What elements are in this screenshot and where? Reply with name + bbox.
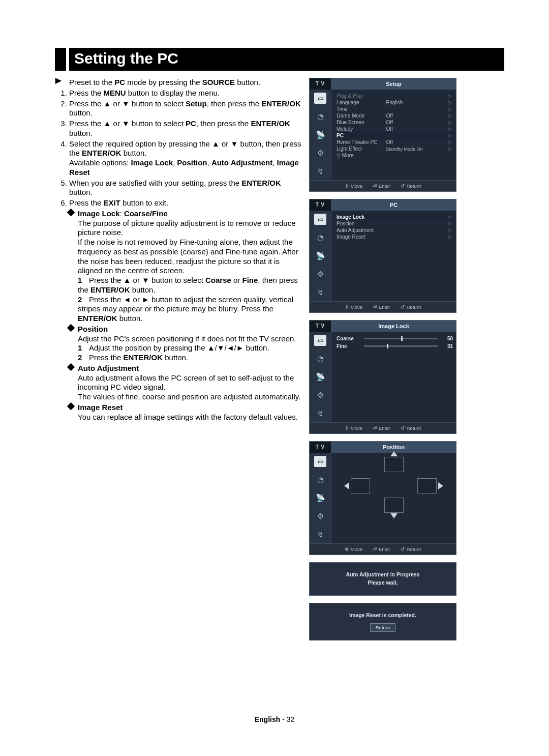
preset-arrow-icon bbox=[55, 78, 62, 84]
osd-title: Image Lock bbox=[331, 321, 456, 332]
row-more[interactable]: ▽ More bbox=[337, 152, 453, 159]
osd-sidebar[interactable]: ▭ ◔ 📡 ⚙ ↯ bbox=[310, 211, 331, 301]
return-button[interactable]: Return bbox=[370, 623, 396, 632]
chevron-right-icon: ▷ bbox=[448, 113, 453, 119]
page-title: Setting the PC bbox=[69, 48, 504, 71]
hint-move: ⇳ Move bbox=[345, 304, 362, 310]
osd-setup-list[interactable]: Plug & Play▷ Language: English▷ Time▷ Ga… bbox=[331, 90, 456, 180]
row-time[interactable]: Time▷ bbox=[337, 106, 453, 112]
chevron-right-icon: ▷ bbox=[448, 234, 453, 240]
hint-return: ↺ Return bbox=[401, 425, 421, 431]
channel-tab-icon[interactable]: 📡 bbox=[314, 492, 326, 504]
row-pc[interactable]: PC▷ bbox=[337, 132, 453, 139]
sound-tab-icon[interactable]: ◔ bbox=[314, 111, 326, 122]
input-tab-icon[interactable]: ↯ bbox=[314, 529, 326, 540]
preset-hint: Preset to the PC mode by pressing the SO… bbox=[55, 78, 304, 88]
section-imagelock: Image Lock: Coarse/Fine The purpose of p… bbox=[55, 209, 304, 276]
diamond-bullet-icon bbox=[67, 363, 75, 371]
row-light-effect[interactable]: Light Effect: Standby Mode On▷ bbox=[337, 146, 453, 152]
channel-tab-icon[interactable]: 📡 bbox=[314, 371, 326, 383]
row-language[interactable]: Language: English▷ bbox=[337, 99, 453, 106]
chevron-right-icon: ▷ bbox=[448, 214, 453, 220]
step-4: Select the required option by pressing t… bbox=[69, 139, 304, 178]
picture-tab-icon[interactable]: ▭ bbox=[314, 214, 326, 225]
coarse-track bbox=[364, 338, 438, 339]
row-home-theatre-pc[interactable]: Home Theatre PC: Off▷ bbox=[337, 139, 453, 146]
sound-tab-icon[interactable]: ◔ bbox=[314, 353, 326, 364]
page: Setting the PC Preset to the PC mode by … bbox=[0, 0, 549, 756]
page-footer: English - 32 bbox=[0, 715, 549, 723]
step-1: Press the MENU button to display the men… bbox=[69, 89, 304, 98]
row-melody[interactable]: Melody: Off▷ bbox=[337, 126, 453, 132]
osd-title: Setup bbox=[331, 78, 456, 90]
osd-footer: ⇳ Move ⏎ Enter ↺ Return bbox=[310, 422, 456, 433]
input-tab-icon[interactable]: ↯ bbox=[314, 287, 326, 298]
section-auto: Auto Adjustment Auto adjustment allows t… bbox=[55, 364, 304, 402]
slider-fine[interactable]: Fine 31 bbox=[337, 342, 453, 350]
row-blue-screen[interactable]: Blue Screen: Off▷ bbox=[337, 119, 453, 126]
chevron-right-icon: ▷ bbox=[448, 133, 453, 138]
picture-tab-icon[interactable]: ▭ bbox=[314, 93, 326, 104]
row-plug-play[interactable]: Plug & Play▷ bbox=[337, 93, 453, 99]
chevron-right-icon: ▷ bbox=[448, 100, 453, 105]
slider-coarse[interactable]: Coarse 50 bbox=[337, 335, 453, 342]
channel-tab-icon[interactable]: 📡 bbox=[314, 129, 326, 140]
pos-right[interactable] bbox=[417, 478, 437, 493]
setup-tab-icon[interactable]: ⚙ bbox=[314, 390, 326, 401]
osd-title: PC bbox=[331, 199, 456, 211]
input-tab-icon[interactable]: ↯ bbox=[314, 166, 326, 177]
pos-left[interactable] bbox=[351, 478, 370, 493]
row-position[interactable]: Position▷ bbox=[337, 220, 453, 227]
hint-move: ⇳ Move bbox=[345, 425, 362, 431]
hint-enter: ⏎ Enter bbox=[373, 425, 390, 431]
picture-tab-icon[interactable]: ▭ bbox=[314, 335, 326, 346]
chevron-right-icon: ▷ bbox=[448, 106, 453, 112]
main-steps: Press the MENU button to display the men… bbox=[55, 89, 304, 208]
osd-sidebar[interactable]: ▭ ◔ 📡 ⚙ ↯ bbox=[310, 332, 331, 422]
hint-enter: ⏎ Enter bbox=[373, 183, 390, 189]
picture-tab-icon[interactable]: ▭ bbox=[314, 456, 326, 467]
row-game-mode[interactable]: Game Mode: Off▷ bbox=[337, 112, 453, 119]
chevron-right-icon: ▷ bbox=[448, 146, 453, 152]
msg-reset-line1: Image Reset is completed. bbox=[314, 612, 452, 620]
sound-tab-icon[interactable]: ◔ bbox=[314, 474, 326, 485]
osd-setup: T V Setup ▭ ◔ 📡 ⚙ ↯ Plug & Play▷ Languag… bbox=[309, 78, 456, 192]
position-grid[interactable] bbox=[331, 453, 456, 519]
imagelock-substeps: 1Press the ▲ or ▼ button to select Coars… bbox=[55, 276, 304, 324]
pos-down[interactable] bbox=[384, 498, 404, 513]
msg-image-reset: Image Reset is completed. Return bbox=[309, 603, 456, 641]
channel-tab-icon[interactable]: 📡 bbox=[314, 250, 326, 261]
imagelock-sub-2: 2Press the ◄ or ► button to adjust the s… bbox=[78, 295, 304, 324]
setup-tab-icon[interactable]: ⚙ bbox=[314, 511, 326, 522]
position-sub-2: 2Press the ENTER/OK button. bbox=[78, 353, 304, 363]
osd-lock-list[interactable]: Coarse 50 Fine 31 bbox=[331, 332, 456, 422]
osd-footer: ⇳ Move ⏎ Enter ↺ Return bbox=[310, 180, 456, 191]
diamond-bullet-icon bbox=[67, 324, 75, 332]
pos-up[interactable] bbox=[384, 457, 404, 472]
content-row: Preset to the PC mode by pressing the SO… bbox=[55, 78, 504, 648]
osd-image-lock: T V Image Lock ▭ ◔ 📡 ⚙ ↯ Coarse bbox=[309, 320, 456, 434]
diamond-bullet-icon bbox=[67, 208, 75, 216]
osd-pc-list[interactable]: Image Lock▷ Position▷ Auto Adjustment▷ I… bbox=[331, 211, 456, 301]
osd-column: T V Setup ▭ ◔ 📡 ⚙ ↯ Plug & Play▷ Languag… bbox=[309, 78, 456, 648]
chevron-right-icon: ▷ bbox=[448, 126, 453, 132]
sound-tab-icon[interactable]: ◔ bbox=[314, 232, 326, 243]
osd-pc: T V PC ▭ ◔ 📡 ⚙ ↯ Image Lock▷ Position▷ A… bbox=[309, 199, 456, 313]
osd-sidebar[interactable]: ▭ ◔ 📡 ⚙ ↯ bbox=[310, 453, 331, 543]
imagelock-sub-1: 1Press the ▲ or ▼ button to select Coars… bbox=[78, 276, 304, 295]
osd-position: T V Position ▭ ◔ 📡 ⚙ ↯ bbox=[309, 441, 456, 555]
setup-tab-icon[interactable]: ⚙ bbox=[314, 269, 326, 280]
osd-sidebar[interactable]: ▭ ◔ 📡 ⚙ ↯ bbox=[310, 90, 331, 180]
row-image-reset[interactable]: Image Reset▷ bbox=[337, 234, 453, 240]
row-image-lock[interactable]: Image Lock▷ bbox=[337, 214, 453, 220]
osd-footer: ⇳ Move ⏎ Enter ↺ Return bbox=[310, 301, 456, 312]
osd-footer: ✥ Move ⏎ Enter ↺ Return bbox=[310, 543, 456, 555]
setup-tab-icon[interactable]: ⚙ bbox=[314, 148, 326, 159]
position-sub-1: 1Adjust the position by pressing the ▲/▼… bbox=[78, 343, 304, 353]
row-auto-adjustment[interactable]: Auto Adjustment▷ bbox=[337, 227, 453, 234]
hint-enter: ⏎ Enter bbox=[373, 304, 390, 310]
input-tab-icon[interactable]: ↯ bbox=[314, 408, 326, 419]
section-reset: Image Reset You can replace all image se… bbox=[55, 403, 304, 422]
hint-return: ↺ Return bbox=[401, 546, 421, 552]
position-substeps: 1Adjust the position by pressing the ▲/▼… bbox=[55, 343, 304, 363]
